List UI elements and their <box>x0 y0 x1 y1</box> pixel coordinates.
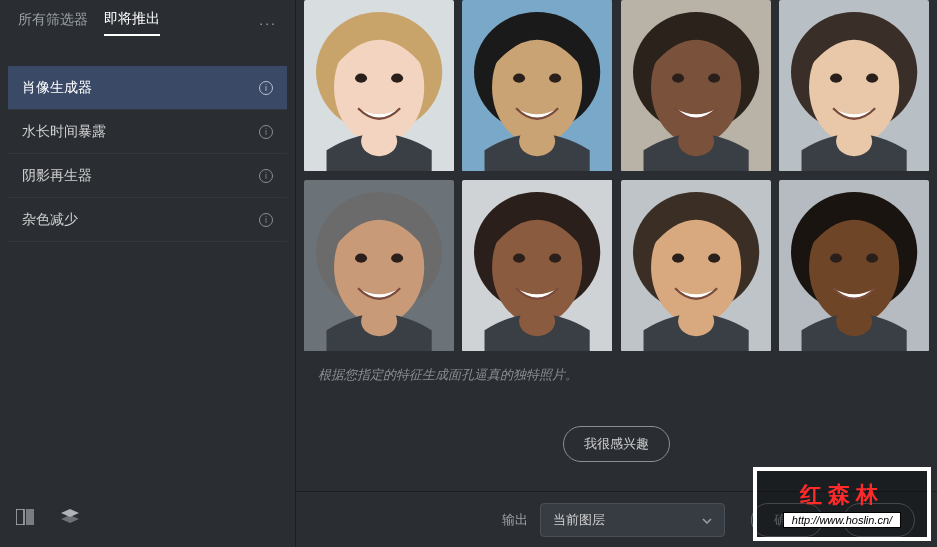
interested-button[interactable]: 我很感兴趣 <box>563 426 670 462</box>
tab-bar: 所有筛选器 即将推出 ··· <box>0 0 295 42</box>
sidebar-item[interactable]: 肖像生成器i <box>8 66 287 110</box>
watermark-title: 红森林 <box>800 480 884 510</box>
sidebar-item[interactable]: 阴影再生器i <box>8 154 287 198</box>
svg-marker-3 <box>61 515 79 523</box>
sidebar-item[interactable]: 水长时间暴露i <box>8 110 287 154</box>
svg-point-43 <box>672 253 684 262</box>
svg-point-19 <box>672 74 684 83</box>
portrait-tile[interactable] <box>779 180 929 352</box>
portrait-grid <box>296 0 937 352</box>
main-panel: 根据您指定的特征生成面孔逼真的独特照片。 我很感兴趣 输出 当前图层 确定 取消 <box>296 0 937 547</box>
feature-description: 根据您指定的特征生成面孔逼真的独特照片。 <box>296 352 937 384</box>
svg-point-49 <box>830 253 842 262</box>
output-label: 输出 <box>502 511 528 529</box>
svg-rect-1 <box>26 509 34 525</box>
info-icon[interactable]: i <box>259 125 273 139</box>
watermark-overlay: 红森林 http://www.hoslin.cn/ <box>753 467 931 541</box>
svg-point-20 <box>708 74 720 83</box>
tab-all-filters[interactable]: 所有筛选器 <box>18 11 88 35</box>
svg-point-7 <box>355 74 367 83</box>
svg-point-21 <box>678 126 714 156</box>
output-select-value: 当前图层 <box>553 511 605 529</box>
svg-point-51 <box>836 306 872 336</box>
svg-point-38 <box>549 253 561 262</box>
sidebar-item-label: 水长时间暴露 <box>22 123 106 141</box>
sidebar-item-label: 杂色减少 <box>22 211 78 229</box>
svg-point-39 <box>519 306 555 336</box>
tab-coming-soon[interactable]: 即将推出 <box>104 10 160 36</box>
sidebar-bottom-bar <box>0 493 295 547</box>
svg-point-45 <box>678 306 714 336</box>
info-icon[interactable]: i <box>259 169 273 183</box>
sidebar-item[interactable]: 杂色减少i <box>8 198 287 242</box>
portrait-tile[interactable] <box>462 180 612 352</box>
svg-point-15 <box>519 126 555 156</box>
sidebar-item-label: 阴影再生器 <box>22 167 92 185</box>
svg-point-37 <box>513 253 525 262</box>
svg-point-33 <box>361 306 397 336</box>
svg-point-26 <box>866 74 878 83</box>
output-select[interactable]: 当前图层 <box>540 503 725 537</box>
portrait-tile[interactable] <box>304 180 454 352</box>
svg-point-32 <box>391 253 403 262</box>
sidebar-list: 肖像生成器i水长时间暴露i阴影再生器i杂色减少i <box>0 42 295 242</box>
info-icon[interactable]: i <box>259 81 273 95</box>
interest-row: 我很感兴趣 <box>296 426 937 462</box>
svg-point-13 <box>513 74 525 83</box>
svg-point-27 <box>836 126 872 156</box>
svg-point-25 <box>830 74 842 83</box>
sidebar: 所有筛选器 即将推出 ··· 肖像生成器i水长时间暴露i阴影再生器i杂色减少i <box>0 0 296 547</box>
watermark-url: http://www.hoslin.cn/ <box>783 512 901 528</box>
portrait-tile[interactable] <box>462 0 612 172</box>
portrait-tile[interactable] <box>304 0 454 172</box>
svg-point-9 <box>361 126 397 156</box>
svg-point-44 <box>708 253 720 262</box>
svg-rect-0 <box>16 509 24 525</box>
compare-view-icon[interactable] <box>14 505 38 529</box>
sidebar-item-label: 肖像生成器 <box>22 79 92 97</box>
portrait-tile[interactable] <box>779 0 929 172</box>
svg-point-50 <box>866 253 878 262</box>
svg-point-31 <box>355 253 367 262</box>
portrait-tile[interactable] <box>621 0 771 172</box>
svg-point-14 <box>549 74 561 83</box>
tab-more-icon[interactable]: ··· <box>259 15 277 31</box>
portrait-tile[interactable] <box>621 180 771 352</box>
layers-icon[interactable] <box>58 505 82 529</box>
app-root: 所有筛选器 即将推出 ··· 肖像生成器i水长时间暴露i阴影再生器i杂色减少i <box>0 0 937 547</box>
info-icon[interactable]: i <box>259 213 273 227</box>
svg-point-8 <box>391 74 403 83</box>
chevron-down-icon <box>702 512 712 527</box>
